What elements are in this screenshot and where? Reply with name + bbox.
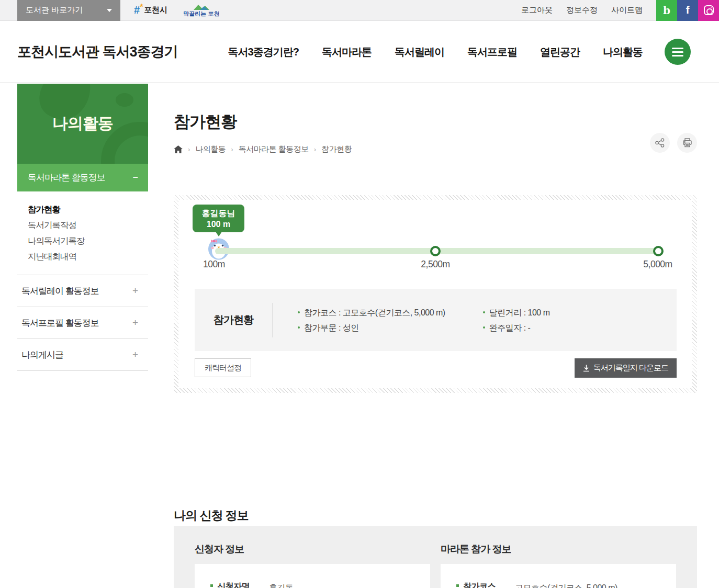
sidebar-section-label: 나의게시글 — [21, 349, 63, 361]
library-shortcut-label: 도서관 바로가기 — [26, 5, 83, 15]
application-section-title: 나의 신청 정보 — [174, 507, 697, 524]
download-icon — [583, 365, 590, 372]
marathon-progress-inner: 홍길동님 100 m — [178, 200, 692, 388]
breadcrumb-separator: › — [231, 145, 233, 153]
progress-actions: 캐릭터설정 독서기록일지 다운로드 — [195, 358, 677, 378]
blog-icon[interactable]: b — [656, 0, 677, 21]
decorative-blob — [116, 93, 133, 107]
status-panel-title: 참가현황 — [195, 313, 272, 327]
runner-tooltip: 홍길동님 100 m — [193, 205, 244, 232]
print-button[interactable] — [677, 133, 697, 153]
applicant-info-title: 신청자 정보 — [195, 542, 430, 556]
detail-course: 참가코스 : 고모호수(걷기코스, 5,000 m) — [298, 305, 445, 320]
participation-status-panel: 참가현황 참가코스 : 고모호수(걷기코스, 5,000 m) 참가부문 : 성… — [195, 289, 677, 351]
sidebar-section-label: 독서마라톤 활동정보 — [28, 172, 105, 184]
home-icon[interactable] — [174, 145, 183, 154]
chevron-down-icon — [107, 9, 112, 12]
sidebar-item-reading-record-write[interactable]: 독서기록작성 — [28, 217, 138, 233]
participation-info-card: 참가코스 고모호수(걷기코스, 5,000 m) 참가부문 성인 신청일자 20… — [441, 564, 676, 588]
sidebar-section-profile-info[interactable]: 독서프로필 활동정보 + — [17, 307, 148, 339]
row-label: 참가코스 — [456, 581, 515, 588]
nav-open-space[interactable]: 열린공간 — [540, 45, 580, 59]
breadcrumb: › 나의활동 › 독서마라톤 활동정보 › 참가현황 — [174, 144, 697, 154]
library-shortcut-dropdown[interactable]: 도서관 바로가기 — [17, 0, 120, 21]
expand-icon: + — [132, 349, 138, 360]
page: 도서관 바로가기 #* 포천시 막끌리는 포천 로그아웃 정보수정 사이트맵 b… — [0, 0, 719, 588]
applicant-info-card: 신청자명 홍길동 휴대전화 010-1234-5678 주소지 서울 송파구 삼… — [195, 564, 430, 588]
sidebar-item-past-contests[interactable]: 지난대회내역 — [28, 248, 138, 264]
row-label: 신청자명 — [210, 581, 269, 588]
page-action-icons — [650, 133, 697, 153]
info-row: 신청자명 홍길동 — [210, 581, 414, 588]
sidebar-section-label: 독서프로필 활동정보 — [21, 317, 99, 329]
menu-button[interactable] — [665, 39, 691, 65]
global-nav: 독서3종경기란? 독서마라톤 독서릴레이 독서프로필 열린공간 나의활동 — [228, 45, 643, 59]
sidebar-item-my-reading-log[interactable]: 나의독서기록장 — [28, 233, 138, 248]
nav-reading-marathon[interactable]: 독서마라톤 — [322, 45, 372, 59]
sidebar-section-relay-info[interactable]: 독서릴레이 활동정보 + — [17, 275, 148, 307]
expand-icon: + — [132, 285, 138, 297]
star-glyph: * — [140, 3, 143, 12]
instagram-icon[interactable] — [698, 0, 719, 21]
runner-distance: 100 m — [193, 219, 244, 230]
utility-bar: 도서관 바로가기 #* 포천시 막끌리는 포천 로그아웃 정보수정 사이트맵 b… — [0, 0, 719, 21]
breadcrumb-participation-status[interactable]: 참가현황 — [321, 144, 352, 154]
detail-finish-date: 완주일자 : - — [483, 320, 550, 335]
status-details-col1: 참가코스 : 고모호수(걷기코스, 5,000 m) 참가부문 : 성인 — [298, 305, 445, 335]
sidebar-submenu: 참가현황 독서기록작성 나의독서기록장 지난대회내역 — [17, 191, 148, 275]
sitemap-link[interactable]: 사이트맵 — [611, 5, 643, 15]
hash-glyph: # — [134, 4, 140, 16]
print-icon — [682, 138, 692, 148]
share-button[interactable] — [650, 133, 670, 153]
slogan-text: 막끌리는 포천 — [183, 11, 219, 17]
logout-link[interactable]: 로그아웃 — [521, 5, 553, 15]
mountain-icon — [193, 4, 210, 10]
info-row: 참가코스 고모호수(걷기코스, 5,000 m) — [456, 581, 660, 588]
character-settings-button[interactable]: 캐릭터설정 — [195, 358, 251, 377]
sidebar-section-label: 독서릴레이 활동정보 — [21, 285, 99, 297]
sidebar: 나의활동 독서마라톤 활동정보 − 참가현황 독서기록작성 나의독서기록장 지난… — [17, 84, 148, 371]
sidebar-title: 나의활동 — [52, 113, 113, 134]
camera-glyph — [704, 5, 714, 15]
sidebar-header: 나의활동 — [17, 84, 148, 164]
main-header: 포천시도서관 독서3종경기 독서3종경기란? 독서마라톤 독서릴레이 독서프로필… — [0, 21, 719, 83]
nav-reading-profile[interactable]: 독서프로필 — [467, 45, 517, 59]
site-title: 포천시도서관 독서3종경기 — [17, 42, 178, 61]
breadcrumb-separator: › — [314, 145, 316, 153]
nav-my-activity[interactable]: 나의활동 — [603, 45, 643, 59]
pocheon-city-logo[interactable]: #* 포천시 — [134, 4, 167, 16]
collapse-icon: − — [132, 172, 138, 183]
detail-division: 참가부문 : 성인 — [298, 320, 445, 335]
utility-links: 로그아웃 정보수정 사이트맵 — [521, 5, 643, 15]
row-value: 고모호수(걷기코스, 5,000 m) — [515, 581, 617, 588]
sidebar-section-my-posts[interactable]: 나의게시글 + — [17, 339, 148, 371]
application-panel: 신청자 정보 신청자명 홍길동 휴대전화 010-1234-5678 주소지 서… — [174, 526, 697, 588]
expand-icon: + — [132, 317, 138, 329]
breadcrumb-marathon-info[interactable]: 독서마라톤 활동정보 — [239, 144, 309, 154]
runner-name: 홍길동님 — [193, 208, 244, 219]
breadcrumb-my-activity[interactable]: 나의활동 — [195, 144, 226, 154]
hamburger-icon — [672, 51, 683, 53]
nav-about[interactable]: 독서3종경기란? — [228, 45, 299, 59]
milestone-label-2500m: 2,500m — [421, 259, 450, 270]
pocheon-slogan-logo[interactable]: 막끌리는 포천 — [183, 4, 219, 17]
page-title: 참가현황 — [174, 111, 697, 133]
milestone-label-5000m: 5,000m — [643, 259, 672, 270]
sidebar-item-participation-status[interactable]: 참가현황 — [28, 201, 138, 217]
breadcrumb-separator: › — [188, 145, 190, 153]
city-logo-text: 포천시 — [144, 5, 167, 15]
row-value: 홍길동 — [269, 581, 294, 588]
main-content: 참가현황 › 나의활동 › 독서마라톤 활동정보 › 참가현황 — [174, 84, 697, 524]
sidebar-section-marathon-info[interactable]: 독서마라톤 활동정보 − — [17, 164, 148, 191]
social-buttons: b f — [656, 0, 719, 21]
participation-info-title: 마라톤 참가 정보 — [441, 542, 676, 556]
status-details-col2: 달린거리 : 100 m 완주일자 : - — [483, 305, 550, 335]
marathon-progress-box: 홍길동님 100 m — [174, 195, 697, 393]
reading-log-download-button[interactable]: 독서기록일지 다운로드 — [575, 358, 677, 378]
milestone-label-100m: 100m — [203, 259, 225, 270]
applicant-info-column: 신청자 정보 신청자명 홍길동 휴대전화 010-1234-5678 주소지 서… — [195, 542, 430, 588]
nav-reading-relay[interactable]: 독서릴레이 — [395, 45, 444, 59]
facebook-icon[interactable]: f — [677, 0, 698, 21]
edit-info-link[interactable]: 정보수정 — [566, 5, 598, 15]
share-icon — [655, 138, 665, 148]
